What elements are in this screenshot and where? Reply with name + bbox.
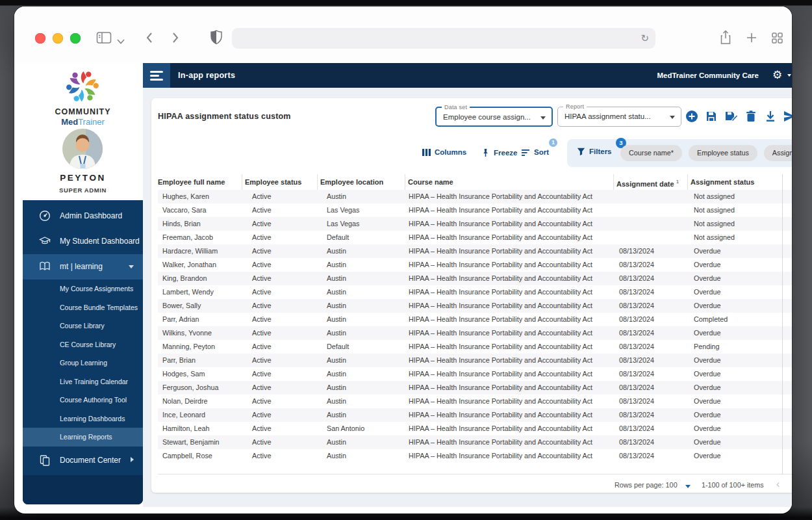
table-row[interactable]: Bower, Sally Active Austin HIPAA – Healt… xyxy=(158,299,792,313)
sidebar-item-student-dashboard[interactable]: My Student Dashboard xyxy=(23,229,143,254)
filters-button[interactable]: Filters xyxy=(577,148,612,156)
share-icon[interactable] xyxy=(720,30,731,47)
menu-toggle-button[interactable] xyxy=(143,63,170,88)
new-tab-icon[interactable] xyxy=(746,32,757,46)
cell-employee-location: San Antonio xyxy=(317,422,405,436)
table-row[interactable]: Hamilton, Leah Active San Antonio HIPAA … xyxy=(158,422,792,436)
sidebar-toggle-icon[interactable] xyxy=(96,31,112,47)
sidebar-subitem[interactable]: Group Learning xyxy=(23,354,143,372)
brand-medtrainer-text: MedTrainer xyxy=(23,117,143,127)
cell-assignment-status: Pending xyxy=(687,340,792,354)
column-header-employee-status[interactable]: Employee status xyxy=(242,174,317,190)
column-header-assignment-date[interactable]: Assignment date 1 xyxy=(613,174,687,190)
tab-overview-icon[interactable] xyxy=(772,32,783,46)
chevron-down-icon xyxy=(129,265,134,268)
filter-chip[interactable]: Employee status xyxy=(689,145,757,161)
cell-employee-location: Austin xyxy=(317,395,405,408)
table-row[interactable]: Ince, Leonard Active Austin HIPAA – Heal… xyxy=(158,408,792,422)
save-button[interactable] xyxy=(705,110,718,123)
delete-icon[interactable] xyxy=(745,110,758,123)
forward-icon[interactable] xyxy=(171,31,179,47)
columns-button[interactable]: Columns xyxy=(422,148,466,160)
table-row[interactable]: King, Brandon Active Austin HIPAA – Heal… xyxy=(158,272,792,285)
sidebar-subitem[interactable]: Course Bundle Templates xyxy=(23,298,143,317)
chevron-down-icon[interactable] xyxy=(787,74,791,77)
cell-employee-location: Austin xyxy=(317,449,405,463)
sidebar-subitem[interactable]: Live Training Calendar xyxy=(23,372,143,391)
sidebar-subitem[interactable]: CE Course Library xyxy=(23,335,143,354)
gear-icon[interactable]: ⚙ xyxy=(772,68,782,82)
sidebar: COMMUNITY MedTrainer PEYTON SUPER ADMIN … xyxy=(23,63,143,504)
sidebar-item-admin-dashboard[interactable]: Admin Dashboard xyxy=(23,203,143,229)
cell-employee-status: Active xyxy=(242,354,317,367)
cell-employee-status: Active xyxy=(242,422,317,436)
rows-per-page[interactable]: Rows per page: 100 xyxy=(615,481,678,489)
sidebar-subitem[interactable]: Learning Reports xyxy=(23,428,143,447)
table-row[interactable]: Wilkins, Yvonne Active Austin HIPAA – He… xyxy=(158,326,792,340)
table-row[interactable]: Stewart, Benjamin Active Austin HIPAA – … xyxy=(158,436,792,449)
shield-icon[interactable] xyxy=(210,30,222,47)
table-row[interactable]: Hinds, Brian Active Las Vegas HIPAA – He… xyxy=(158,217,792,231)
freeze-button[interactable]: Freeze xyxy=(481,148,517,160)
back-icon[interactable] xyxy=(146,31,153,47)
sidebar-item-document-center[interactable]: Document Center xyxy=(23,448,143,473)
previous-page-icon[interactable]: ‹ xyxy=(776,478,780,490)
table-row[interactable]: Hodges, Sam Active Austin HIPAA – Health… xyxy=(158,367,792,381)
download-icon[interactable] xyxy=(765,110,778,123)
filter-chip[interactable]: Course name* xyxy=(620,145,682,161)
sort-icon xyxy=(522,148,530,157)
column-header-assignment-status[interactable]: Assignment status xyxy=(687,174,792,190)
chevron-down-icon[interactable] xyxy=(117,35,125,47)
filter-chip[interactable]: Assignment status xyxy=(764,145,792,161)
table-row[interactable]: Vaccaro, Sara Active Las Vegas HIPAA – H… xyxy=(158,203,792,217)
chevron-down-icon xyxy=(670,116,675,119)
table-row[interactable]: Freeman, Jacob Active Default HIPAA – He… xyxy=(158,231,792,244)
cell-employee-full-name: Manning, Peyton xyxy=(158,340,242,354)
table-row[interactable]: Nolan, Deirdre Active Austin HIPAA – Hea… xyxy=(158,395,792,408)
sidebar-subitem[interactable]: Course Library xyxy=(23,317,143,335)
sort-button[interactable]: Sort xyxy=(522,148,549,160)
dataset-select[interactable]: Data set Employee course assign... xyxy=(435,107,553,127)
cell-course-name: HIPAA – Health Insurance Portability and… xyxy=(405,231,613,244)
cell-employee-status: Active xyxy=(242,436,317,449)
cell-assignment-status: Overdue xyxy=(687,422,792,436)
sidebar-footer xyxy=(23,475,143,504)
table-row[interactable]: Walker, Jonathan Active Austin HIPAA – H… xyxy=(158,258,792,272)
column-header-employee-location[interactable]: Employee location xyxy=(317,174,405,190)
table-row[interactable]: Parr, Adrian Active Austin HIPAA – Healt… xyxy=(158,313,792,326)
add-report-button[interactable] xyxy=(685,110,698,123)
window-zoom-button[interactable] xyxy=(70,33,81,44)
filter-chips: Course name*Employee statusAssignment st… xyxy=(620,145,792,161)
report-select[interactable]: Report HIPAA assignment statu... xyxy=(557,107,681,127)
table-row[interactable]: Ferguson, Joshua Active Austin HIPAA – H… xyxy=(158,381,792,395)
account-name[interactable]: MedTrainer Community Care xyxy=(657,72,759,79)
sidebar-item-mt-learning[interactable]: mt | learning xyxy=(23,254,143,280)
url-bar[interactable]: ↻ xyxy=(232,28,655,49)
save-as-button[interactable] xyxy=(724,110,737,123)
reload-icon[interactable]: ↻ xyxy=(641,32,649,45)
chevron-down-icon[interactable] xyxy=(685,485,691,488)
window-close-button[interactable] xyxy=(35,33,45,44)
column-header-course-name[interactable]: Course name xyxy=(405,174,613,190)
table-row[interactable]: Parr, Brian Active Austin HIPAA – Health… xyxy=(158,354,792,367)
cell-employee-status: Active xyxy=(242,203,317,217)
table-row[interactable]: Manning, Peyton Active Default HIPAA – H… xyxy=(158,340,792,354)
sidebar-subitem[interactable]: Course Authoring Tool xyxy=(23,391,143,410)
table-row[interactable]: Lambert, Wendy Active Austin HIPAA – Hea… xyxy=(158,285,792,299)
cell-course-name: HIPAA – Health Insurance Portability and… xyxy=(405,436,613,449)
table-row[interactable]: Hughes, Karen Active Austin HIPAA – Heal… xyxy=(158,190,792,203)
cell-course-name: HIPAA – Health Insurance Portability and… xyxy=(405,217,613,231)
table-row[interactable]: Hardacre, William Active Austin HIPAA – … xyxy=(158,244,792,258)
cell-assignment-date: 08/13/2024 xyxy=(613,244,687,258)
cell-course-name: HIPAA – Health Insurance Portability and… xyxy=(405,190,613,203)
cell-course-name: HIPAA – Health Insurance Portability and… xyxy=(405,449,613,463)
sidebar-subitem[interactable]: Learning Dashboards xyxy=(23,410,143,428)
table-row[interactable]: Campbell, Rose Active Austin HIPAA – Hea… xyxy=(158,449,792,463)
open-book-icon xyxy=(39,261,51,272)
window-minimize-button[interactable] xyxy=(53,33,63,44)
send-icon[interactable] xyxy=(783,110,792,123)
sidebar-subitem[interactable]: My Course Assignments xyxy=(23,280,143,298)
table-scrollbar-track[interactable] xyxy=(782,174,783,474)
column-header-employee-full-name[interactable]: Employee full name xyxy=(158,174,242,190)
avatar[interactable] xyxy=(62,129,103,169)
